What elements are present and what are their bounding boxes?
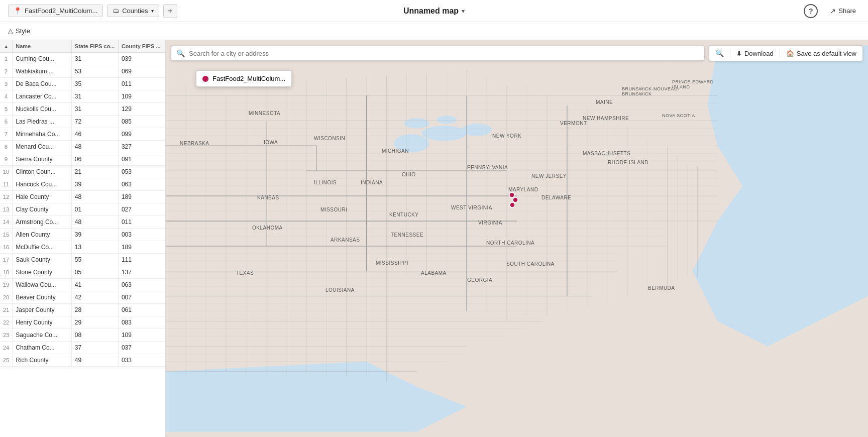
share-button[interactable]: ↗ Share [826, 5, 860, 17]
left-panel: ▲ Name State FIPS co... County FIPS ... … [0, 40, 166, 437]
row-county: 109 [118, 329, 165, 342]
row-num: 18 [0, 266, 13, 279]
row-name: De Baca Cou... [13, 78, 72, 90]
row-state: 48 [71, 191, 118, 203]
main-layout: ▲ Name State FIPS co... County FIPS ... … [0, 40, 868, 437]
row-state: 39 [71, 229, 118, 241]
style-button[interactable]: △ Style [4, 26, 34, 36]
table-row[interactable]: 2 Wahkiakum ... 53 069 [0, 65, 165, 78]
row-state: 53 [71, 65, 118, 78]
row-state: 08 [71, 329, 118, 342]
home-icon: 🏠 [786, 50, 794, 57]
save-default-button[interactable]: 🏠 Save as default view [786, 50, 856, 57]
row-county: 053 [118, 166, 165, 178]
layer-icon: 🗂 [113, 7, 119, 15]
row-name: Saguache Co... [13, 329, 72, 342]
data-table: ▲ Name State FIPS co... County FIPS ... … [0, 40, 165, 437]
row-name: Wallowa Cou... [13, 279, 72, 291]
row-state: 21 [71, 166, 118, 178]
search-input[interactable] [189, 50, 699, 57]
row-num: 11 [0, 178, 13, 191]
svg-point-4 [462, 124, 492, 136]
pin-icon: 📍 [14, 7, 22, 15]
row-county: 091 [118, 153, 165, 166]
row-num: 20 [0, 291, 13, 304]
map-title-dropdown[interactable]: ▾ [462, 8, 465, 15]
table-row[interactable]: 16 McDuffie Co... 13 189 [0, 241, 165, 254]
row-num: 3 [0, 78, 13, 90]
table-row[interactable]: 9 Sierra County 06 091 [0, 153, 165, 166]
row-num: 17 [0, 254, 13, 266]
row-county: 085 [118, 116, 165, 128]
row-num: 10 [0, 166, 13, 178]
topbar-left: 📍 FastFood2_MultiColum... 🗂 Counties ▾ + [8, 4, 177, 18]
row-name: McDuffie Co... [13, 241, 72, 254]
row-county: 069 [118, 65, 165, 78]
col-header-state[interactable]: State FIPS co... [71, 40, 118, 53]
table-row[interactable]: 22 Henry County 29 083 [0, 316, 165, 329]
svg-point-2 [394, 134, 429, 152]
table-row[interactable]: 24 Chatham Co... 37 037 [0, 342, 165, 354]
table-row[interactable]: 17 Sauk County 55 111 [0, 254, 165, 266]
table-row[interactable]: 5 Nuckolls Cou... 31 129 [0, 103, 165, 116]
row-county: 037 [118, 342, 165, 354]
download-button[interactable]: ⬇ Download [736, 50, 774, 57]
add-layer-button[interactable]: + [163, 4, 177, 18]
tab-counties-label: Counties [122, 7, 148, 15]
row-county: 189 [118, 191, 165, 203]
row-name: Sauk County [13, 254, 72, 266]
row-state: 01 [71, 203, 118, 216]
table-row[interactable]: 18 Stone County 05 137 [0, 266, 165, 279]
search-input-wrap: 🔍 [171, 46, 705, 61]
row-name: Cuming Cou... [13, 53, 72, 65]
row-num: 14 [0, 216, 13, 229]
topbar-center: Unnamed map ▾ [403, 7, 465, 16]
search-bar: 🔍 🔍 ⬇ Download 🏠 Save as default view [171, 45, 863, 61]
row-name: Nuckolls Cou... [13, 103, 72, 116]
row-num: 15 [0, 229, 13, 241]
svg-point-81 [513, 197, 518, 202]
row-county: 033 [118, 354, 165, 367]
row-state: 28 [71, 304, 118, 316]
table-row[interactable]: 14 Armstrong Co... 48 011 [0, 216, 165, 229]
table-row[interactable]: 7 Minnehaha Co... 46 099 [0, 128, 165, 141]
table-row[interactable]: 25 Rich County 49 033 [0, 354, 165, 367]
table-row[interactable]: 10 Clinton Coun... 21 053 [0, 166, 165, 178]
topbar-right: ? ↗ Share [804, 4, 860, 18]
col-header-name[interactable]: Name [13, 40, 72, 53]
table-row[interactable]: 8 Menard Cou... 48 327 [0, 141, 165, 153]
row-state: 72 [71, 116, 118, 128]
row-state: 05 [71, 266, 118, 279]
separator [730, 49, 730, 58]
row-state: 35 [71, 78, 118, 90]
tab-counties[interactable]: 🗂 Counties ▾ [107, 5, 159, 17]
map-popup: FastFood2_MultiColum... [196, 70, 292, 87]
help-button[interactable]: ? [804, 4, 818, 18]
table-row[interactable]: 11 Hancock Cou... 39 063 [0, 178, 165, 191]
map-area[interactable]: 🔍 🔍 ⬇ Download 🏠 Save as default view [166, 40, 868, 437]
table-row[interactable]: 21 Jasper County 28 061 [0, 304, 165, 316]
row-county: 063 [118, 279, 165, 291]
table-row[interactable]: 3 De Baca Cou... 35 011 [0, 78, 165, 90]
table-row[interactable]: 13 Clay County 01 027 [0, 203, 165, 216]
table-row[interactable]: 23 Saguache Co... 08 109 [0, 329, 165, 342]
table-row[interactable]: 4 Lancaster Co... 31 109 [0, 90, 165, 103]
topbar: 📍 FastFood2_MultiColum... 🗂 Counties ▾ +… [0, 0, 868, 22]
table-row[interactable]: 15 Allen County 39 003 [0, 229, 165, 241]
table-row[interactable]: 19 Wallowa Cou... 41 063 [0, 279, 165, 291]
table-body: 1 Cuming Cou... 31 039 2 Wahkiakum ... 5… [0, 53, 165, 367]
tab-fastfood[interactable]: 📍 FastFood2_MultiColum... [8, 5, 103, 17]
row-num: 12 [0, 191, 13, 203]
table-row[interactable]: 20 Beaver County 42 007 [0, 291, 165, 304]
row-num: 2 [0, 65, 13, 78]
col-header-county[interactable]: County FIPS ... [118, 40, 165, 53]
table-row[interactable]: 6 Las Piedras ... 72 085 [0, 116, 165, 128]
table-row[interactable]: 1 Cuming Cou... 31 039 [0, 53, 165, 65]
row-county: 027 [118, 203, 165, 216]
table-row[interactable]: 12 Hale County 48 189 [0, 191, 165, 203]
style-icon: △ [8, 27, 13, 35]
row-county: 099 [118, 128, 165, 141]
search-icon-small: 🔍 [715, 49, 724, 57]
row-num: 23 [0, 329, 13, 342]
row-county: 189 [118, 241, 165, 254]
